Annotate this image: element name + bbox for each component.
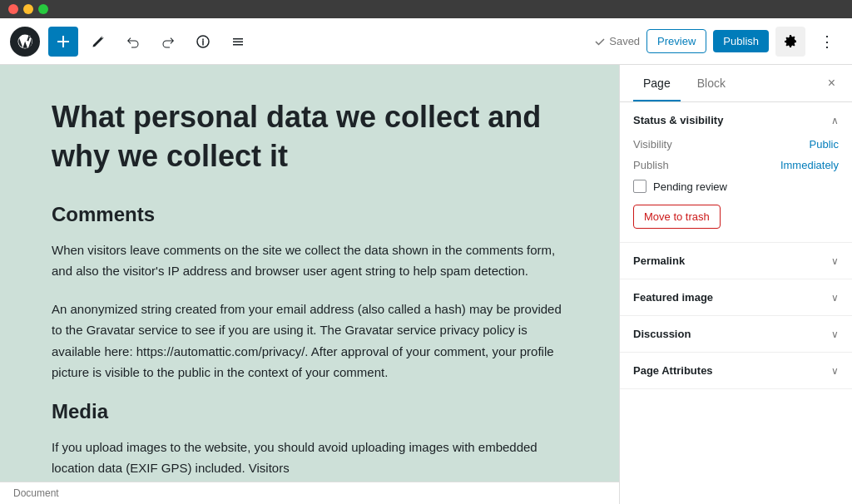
title-bar (0, 0, 852, 18)
page-title[interactable]: What personal data we collect and why we… (52, 98, 567, 176)
page-attributes-title: Page Attributes (633, 364, 713, 377)
publish-row: Publish Immediately (633, 159, 839, 171)
move-to-trash-button[interactable]: Move to trash (633, 205, 721, 229)
status-visibility-chevron: ∧ (831, 115, 839, 126)
preview-button[interactable]: Preview (646, 29, 706, 53)
minimize-dot[interactable] (23, 4, 33, 14)
visibility-label: Visibility (633, 138, 672, 151)
toolbar-right: Saved Preview Publish ⋮ (594, 27, 842, 57)
status-visibility-body: Visibility Public Publish Immediately Pe… (620, 138, 852, 242)
pending-review-row: Pending review (633, 180, 839, 193)
info-button[interactable] (188, 27, 218, 57)
publish-button[interactable]: Publish (713, 30, 769, 52)
page-attributes-section: Page Attributes ∨ (620, 353, 852, 389)
pencil-icon (92, 35, 105, 48)
wp-logo-icon (17, 33, 33, 50)
toolbar: Saved Preview Publish ⋮ (0, 18, 852, 65)
tab-page[interactable]: Page (633, 65, 681, 101)
sidebar-tabs: Page Block × (620, 65, 852, 102)
discussion-header[interactable]: Discussion ∨ (620, 316, 852, 352)
visibility-value[interactable]: Public (810, 138, 839, 151)
list-view-button[interactable] (223, 27, 253, 57)
discussion-title: Discussion (633, 328, 691, 340)
status-bar-text: Document (13, 487, 59, 499)
status-bar: Document (0, 482, 619, 504)
toolbar-left (10, 27, 587, 57)
check-icon (594, 36, 606, 47)
featured-image-section: Featured image ∨ (620, 279, 852, 316)
undo-button[interactable] (118, 27, 148, 57)
page-attributes-chevron: ∨ (831, 365, 839, 377)
main-layout: What personal data we collect and why we… (0, 65, 852, 504)
wp-logo[interactable] (10, 27, 40, 57)
saved-status: Saved (594, 35, 640, 47)
sidebar-close-button[interactable]: × (825, 72, 839, 94)
undo-icon (126, 35, 140, 48)
more-options-button[interactable]: ⋮ (812, 27, 842, 57)
permalink-header[interactable]: Permalink ∨ (620, 243, 852, 279)
close-dot[interactable] (8, 4, 18, 14)
discussion-section: Discussion ∨ (620, 316, 852, 353)
editor-content: What personal data we collect and why we… (52, 98, 567, 479)
status-visibility-section: Status & visibility ∧ Visibility Public … (620, 102, 852, 243)
maximize-dot[interactable] (38, 4, 48, 14)
page-attributes-header[interactable]: Page Attributes ∨ (620, 353, 852, 388)
info-icon (196, 35, 210, 48)
redo-icon (161, 35, 175, 48)
plus-icon (57, 36, 69, 47)
settings-button[interactable] (775, 27, 805, 57)
featured-image-title: Featured image (633, 291, 713, 304)
media-heading[interactable]: Media (52, 400, 567, 423)
add-block-button[interactable] (48, 27, 78, 57)
comments-paragraph-2[interactable]: An anonymized string created from your e… (52, 299, 567, 383)
featured-image-header[interactable]: Featured image ∨ (620, 279, 852, 315)
permalink-chevron: ∨ (831, 255, 839, 267)
visibility-row: Visibility Public (633, 138, 839, 151)
pending-review-label: Pending review (653, 180, 727, 193)
permalink-section: Permalink ∨ (620, 243, 852, 279)
gear-icon (784, 35, 797, 48)
list-icon (231, 35, 245, 48)
status-visibility-header[interactable]: Status & visibility ∧ (620, 102, 852, 138)
status-visibility-title: Status & visibility (633, 114, 723, 126)
comments-heading[interactable]: Comments (52, 203, 567, 226)
saved-label: Saved (609, 35, 640, 47)
featured-image-chevron: ∨ (831, 292, 839, 304)
sidebar-content: Status & visibility ∧ Visibility Public … (620, 102, 852, 504)
pending-review-checkbox[interactable] (633, 180, 646, 193)
sidebar: Page Block × Status & visibility ∧ Visib… (619, 65, 852, 504)
tab-block[interactable]: Block (687, 65, 736, 101)
editor-area[interactable]: What personal data we collect and why we… (0, 65, 619, 504)
media-paragraph-1[interactable]: If you upload images to the website, you… (52, 437, 567, 479)
discussion-chevron: ∨ (831, 329, 839, 340)
permalink-title: Permalink (633, 254, 685, 267)
comments-paragraph-1[interactable]: When visitors leave comments on the site… (52, 240, 567, 282)
edit-button[interactable] (83, 27, 113, 57)
publish-value[interactable]: Immediately (780, 159, 839, 171)
redo-button[interactable] (153, 27, 183, 57)
publish-label: Publish (633, 159, 669, 171)
